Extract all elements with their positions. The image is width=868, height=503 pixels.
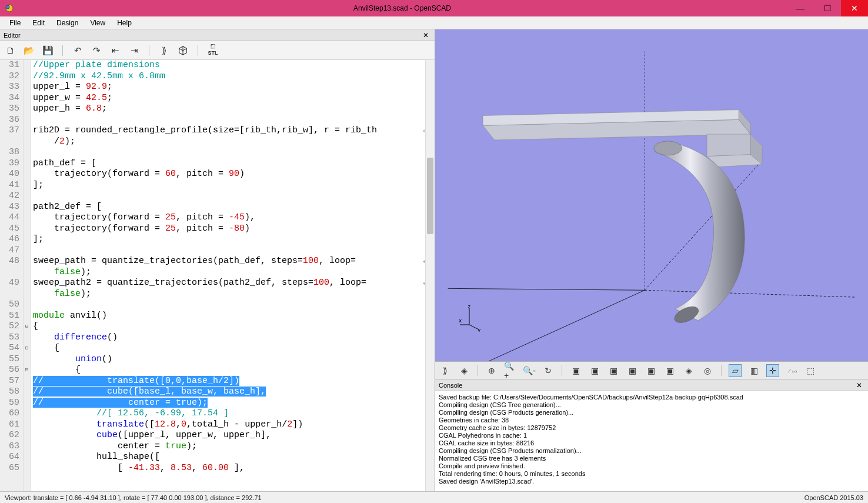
status-version: OpenSCAD 2015.03 [804,494,863,501]
reset-view-icon[interactable]: ↻ [542,364,555,377]
editor-header: Editor ✕ [0,29,435,41]
3d-viewport[interactable]: zxy [435,29,868,362]
show-scale-icon[interactable]: ⟋₁₀ [785,364,798,377]
unindent-icon[interactable]: ⇤ [110,45,121,56]
console-header: Console ✕ [435,379,868,391]
svg-line-2 [448,288,645,290]
export-stl-icon[interactable]: ⬚STL [208,45,218,56]
window-controls: — ☐ ✕ [787,0,868,16]
console-line: Saved design 'AnvilStep13.scad'. [439,478,864,485]
console-title: Console [439,382,462,389]
svg-text:x: x [459,318,462,324]
toolbar-separator [478,365,478,376]
svg-text:y: y [478,327,481,332]
view-left-icon[interactable]: ▣ [626,364,639,377]
view-diagonal-icon[interactable]: ◈ [682,364,695,377]
window-title: AnvilStep13.scad - OpenSCAD [18,4,787,12]
render-cube-icon[interactable]: ◈ [458,364,470,377]
console-line: Compiling design (CSG Products generatio… [439,409,864,417]
viewport-toolbar: ⟫ ◈ ⊕ 🔍+ 🔍- ↻ ▣ ▣ ▣ ▣ ▣ ▣ ◈ ◎ ▱ ▥ ✛ ⟋₁₀ … [435,362,868,379]
editor-toolbar: 🗋 📂 💾 ↶ ↷ ⇤ ⇥ ⟫ ⬚STL [0,41,435,60]
menu-file[interactable]: File [4,18,26,28]
preview-icon[interactable]: ⟫ [439,364,452,377]
console-pane: Console ✕ Saved backup file: C:/Users/St… [435,379,868,491]
open-file-icon[interactable]: 📂 [24,45,34,56]
toolbar-separator [149,45,149,56]
menubar: FileEditDesignViewHelp [0,16,868,29]
view-back-icon[interactable]: ▣ [663,364,676,377]
status-viewport-info: Viewport: translate = [ 0.66 -4.94 31.10… [5,494,262,501]
console-line: Compiling design (CSG Products normaliza… [439,447,864,455]
svg-point-1 [6,5,9,9]
console-line: Total rendering time: 0 hours, 0 minutes… [439,470,864,478]
console-line: Compile and preview finished. [439,462,864,470]
right-pane: zxy ⟫ ◈ ⊕ 🔍+ 🔍- ↻ ▣ ▣ ▣ ▣ ▣ ▣ ◈ ◎ ▱ ▥ ✛ … [435,29,868,491]
console-line: Saved backup file: C:/Users/Steve/Docume… [439,394,864,401]
console-line: CGAL Polyhedrons in cache: 1 [439,432,864,439]
fold-gutter[interactable]: ⊟⊟⊟ [24,60,31,491]
scrollbar-thumb[interactable] [427,158,433,234]
3d-scene [435,29,868,361]
view-right-icon[interactable]: ▣ [569,364,582,377]
zoom-in-icon[interactable]: 🔍+ [504,364,517,377]
console-close-icon[interactable]: ✕ [854,381,864,389]
toolbar-separator [62,45,63,56]
app-icon [5,4,14,13]
console-line: Normalized CSG tree has 3 elements [439,455,864,462]
orthogonal-icon[interactable]: ▥ [747,364,760,377]
new-file-icon[interactable]: 🗋 [5,45,15,56]
show-edges-icon[interactable]: ⬚ [804,364,817,377]
redo-icon[interactable]: ↷ [91,45,102,56]
toolbar-separator [562,365,562,376]
console-line: Geometry cache size in bytes: 12879752 [439,424,864,432]
menu-design[interactable]: Design [51,18,84,28]
close-button[interactable]: ✕ [841,0,868,16]
zoom-out-icon[interactable]: 🔍- [523,364,536,377]
indent-icon[interactable]: ⇥ [129,45,139,56]
show-axes-icon[interactable]: ✛ [766,364,779,377]
view-bottom-icon[interactable]: ▣ [607,364,620,377]
toolbar-separator [198,45,198,56]
zoom-all-icon[interactable]: ⊕ [485,364,498,377]
maximize-button[interactable]: ☐ [814,0,841,16]
render-icon[interactable] [178,45,188,56]
code-editor[interactable]: 3132333435363738394041424344454647484950… [0,60,435,491]
console-output[interactable]: Saved backup file: C:/Users/Steve/Docume… [435,391,868,491]
menu-help[interactable]: Help [111,18,138,28]
statusbar: Viewport: translate = [ 0.66 -4.94 31.10… [0,491,868,503]
svg-line-4 [489,290,645,361]
editor-scrollbar[interactable] [425,60,435,491]
svg-text:z: z [468,305,470,309]
window-titlebar: AnvilStep13.scad - OpenSCAD — ☐ ✕ [0,0,868,16]
perspective-icon[interactable]: ▱ [729,364,742,377]
menu-view[interactable]: View [84,18,111,28]
code-content[interactable]: //Upper plate dimensions//92.9mm x 42.5m… [31,60,435,491]
undo-icon[interactable]: ↶ [72,45,83,56]
svg-line-3 [645,290,855,297]
minimize-button[interactable]: — [787,0,814,16]
view-front-icon[interactable]: ▣ [645,364,657,377]
console-line: Geometries in cache: 38 [439,417,864,424]
editor-close-icon[interactable]: ✕ [420,31,431,39]
view-top-icon[interactable]: ▣ [588,364,601,377]
line-gutter: 3132333435363738394041424344454647484950… [0,60,24,491]
console-line: CGAL cache size in bytes: 88216 [439,439,864,447]
console-line: Compiling design (CSG Tree generation)..… [439,401,864,409]
menu-edit[interactable]: Edit [26,18,51,28]
preview-icon[interactable]: ⟫ [159,45,169,56]
svg-point-7 [654,141,682,155]
view-center-icon[interactable]: ◎ [701,364,714,377]
axis-gizmo: zxy [459,305,492,333]
editor-pane: Editor ✕ 🗋 📂 💾 ↶ ↷ ⇤ ⇥ ⟫ ⬚STL 3132333435… [0,29,435,491]
editor-title: Editor [4,32,21,39]
toolbar-separator [721,365,722,376]
save-file-icon[interactable]: 💾 [42,45,53,56]
